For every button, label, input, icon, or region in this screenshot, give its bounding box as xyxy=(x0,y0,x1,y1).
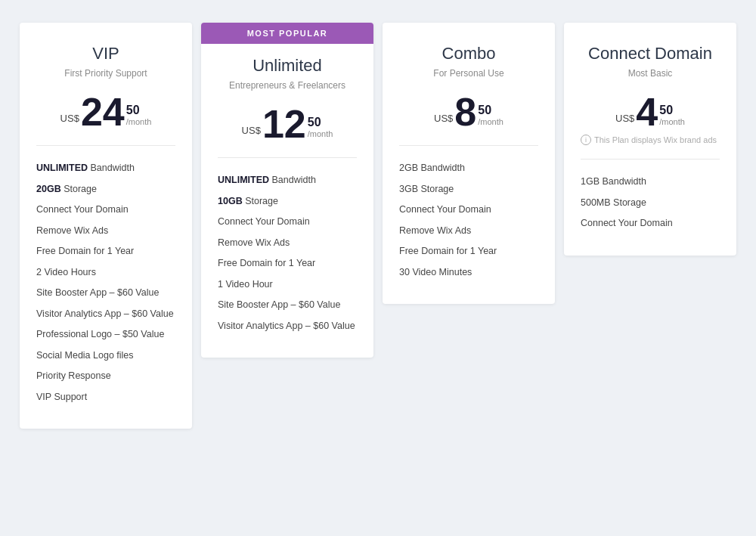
feature-item: 500MB Storage xyxy=(581,193,720,214)
feature-text: 2GB Bandwidth xyxy=(399,163,465,173)
features-list: UNLIMITED Bandwidth20GB StorageConnect Y… xyxy=(36,158,175,407)
feature-text: Connect Your Domain xyxy=(36,204,129,215)
feature-item: 3GB Storage xyxy=(399,179,538,200)
price-currency: US$ xyxy=(434,113,453,124)
feature-text: 30 Video Minutes xyxy=(399,267,472,277)
features-list: 2GB Bandwidth3GB StorageConnect Your Dom… xyxy=(399,158,538,283)
feature-bold: 10GB xyxy=(218,196,243,206)
plan-tagline: First Priority Support xyxy=(36,68,175,79)
feature-text: Professional Logo – $50 Value xyxy=(36,329,164,339)
features-list: 1GB Bandwidth500MB StorageConnect Your D… xyxy=(581,172,720,234)
feature-item: VIP Support xyxy=(36,387,175,408)
price-fraction: 50 xyxy=(478,103,491,117)
features-list: UNLIMITED Bandwidth10GB StorageConnect Y… xyxy=(218,170,357,336)
feature-item: Connect Your Domain xyxy=(399,200,538,221)
plan-tagline: Most Basic xyxy=(581,68,720,79)
feature-item: Visitor Analytics App – $60 Value xyxy=(218,316,357,337)
price-whole: 24 xyxy=(81,92,125,132)
price-fraction-wrap: 50 /month xyxy=(126,103,152,127)
feature-item: 2GB Bandwidth xyxy=(399,158,538,179)
feature-text: 1GB Bandwidth xyxy=(581,176,646,187)
feature-text: Site Booster App – $60 Value xyxy=(36,287,159,298)
price-currency: US$ xyxy=(615,113,634,124)
feature-item: 30 Video Minutes xyxy=(399,262,538,283)
feature-text: 1 Video Hour xyxy=(218,279,273,290)
plan-card-connect-domain: Connect DomainMost Basic US$ 4 50 /month… xyxy=(564,23,736,256)
feature-text: VIP Support xyxy=(36,392,87,402)
price-currency: US$ xyxy=(242,125,261,136)
price-whole: 8 xyxy=(454,92,476,132)
brand-ads-text: This Plan displays Wix brand ads xyxy=(594,135,717,144)
feature-item: Site Booster App – $60 Value xyxy=(36,283,175,304)
price-fraction: 50 xyxy=(126,103,140,117)
feature-text: Connect Your Domain xyxy=(581,218,673,228)
plan-card-vip: VIPFirst Priority Support US$ 24 50 /mon… xyxy=(20,23,192,429)
feature-text: Bandwidth xyxy=(88,163,135,173)
price-period: /month xyxy=(126,117,152,127)
price-row: US$ 12 50 /month xyxy=(218,104,357,144)
feature-text: Connect Your Domain xyxy=(218,216,310,227)
price-whole: 4 xyxy=(636,92,658,132)
price-period: /month xyxy=(308,129,333,139)
price-row: US$ 4 50 /month xyxy=(581,92,720,132)
feature-item: Remove Wix Ads xyxy=(218,233,357,254)
price-fraction: 50 xyxy=(659,103,673,117)
feature-text: Remove Wix Ads xyxy=(36,225,108,236)
feature-text: Free Domain for 1 Year xyxy=(36,246,134,256)
feature-item: Free Domain for 1 Year xyxy=(218,253,357,274)
feature-text: Storage xyxy=(243,196,278,206)
feature-item: Connect Your Domain xyxy=(218,212,357,233)
price-whole: 12 xyxy=(262,104,306,144)
price-period: /month xyxy=(478,117,503,127)
feature-text: Connect Your Domain xyxy=(399,204,491,215)
feature-item: UNLIMITED Bandwidth xyxy=(36,158,175,179)
price-fraction-wrap: 50 /month xyxy=(478,103,503,127)
feature-text: Free Domain for 1 Year xyxy=(218,258,315,268)
pricing-container: VIPFirst Priority Support US$ 24 50 /mon… xyxy=(15,23,741,429)
feature-text: Free Domain for 1 Year xyxy=(399,246,497,256)
price-currency: US$ xyxy=(60,113,79,124)
plan-card-unlimited: MOST POPULARUnlimitedEntrepreneurs & Fre… xyxy=(201,23,373,358)
feature-item: 20GB Storage xyxy=(36,179,175,200)
brand-ads-note: i This Plan displays Wix brand ads xyxy=(581,135,720,145)
feature-bold: 20GB xyxy=(36,184,61,194)
feature-text: 2 Video Hours xyxy=(36,267,96,277)
plan-name: Connect Domain xyxy=(581,44,720,64)
feature-text: Bandwidth xyxy=(269,175,316,185)
feature-item: Visitor Analytics App – $60 Value xyxy=(36,304,175,325)
feature-item: Remove Wix Ads xyxy=(399,221,538,242)
divider xyxy=(399,145,538,146)
feature-item: 2 Video Hours xyxy=(36,262,175,283)
feature-item: Priority Response xyxy=(36,366,175,387)
divider xyxy=(36,145,175,146)
most-popular-badge: MOST POPULAR xyxy=(201,23,373,44)
price-row: US$ 24 50 /month xyxy=(36,92,175,132)
feature-item: Free Domain for 1 Year xyxy=(399,241,538,262)
plan-card-combo: ComboFor Personal Use US$ 8 50 /month 2G… xyxy=(383,23,555,304)
price-fraction-wrap: 50 /month xyxy=(308,115,333,139)
divider xyxy=(218,157,357,158)
feature-text: Visitor Analytics App – $60 Value xyxy=(36,308,174,319)
feature-text: 500MB Storage xyxy=(581,197,646,208)
feature-text: Storage xyxy=(61,184,97,194)
feature-text: Priority Response xyxy=(36,370,111,381)
feature-text: Remove Wix Ads xyxy=(399,225,471,236)
plan-name: VIP xyxy=(36,44,175,64)
price-row: US$ 8 50 /month xyxy=(399,92,538,132)
plan-tagline: For Personal Use xyxy=(399,68,538,79)
feature-item: Professional Logo – $50 Value xyxy=(36,324,175,345)
feature-text: 3GB Storage xyxy=(399,184,454,194)
feature-item: 1GB Bandwidth xyxy=(581,172,720,193)
feature-item: Free Domain for 1 Year xyxy=(36,241,175,262)
feature-item: Connect Your Domain xyxy=(581,213,720,234)
feature-item: Social Media Logo files xyxy=(36,345,175,367)
divider xyxy=(581,159,720,160)
feature-item: UNLIMITED Bandwidth xyxy=(218,170,357,191)
feature-item: Remove Wix Ads xyxy=(36,221,175,242)
feature-text: Site Booster App – $60 Value xyxy=(218,299,340,310)
info-icon: i xyxy=(581,135,591,145)
feature-text: Remove Wix Ads xyxy=(218,237,290,248)
feature-bold: UNLIMITED xyxy=(218,175,269,185)
price-period: /month xyxy=(659,117,685,127)
plan-name: Combo xyxy=(399,44,538,64)
